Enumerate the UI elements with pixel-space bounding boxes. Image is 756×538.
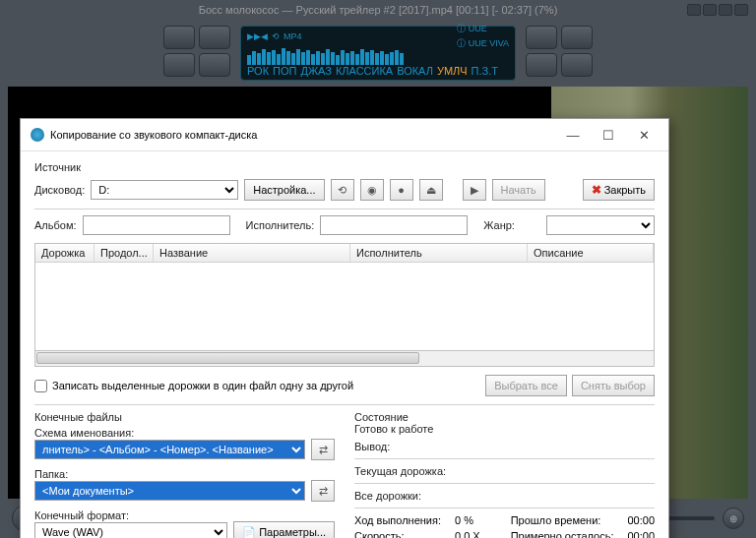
eq-preset-pop[interactable]: ПОП <box>273 65 296 77</box>
scheme-select[interactable]: лнитель> - <Альбом> - <Номер>. <Название… <box>34 440 305 459</box>
eq-loop-icon: ⟲ <box>272 31 280 41</box>
toolbar-btn-2[interactable] <box>163 53 195 77</box>
cddb-icon[interactable]: ◉ <box>360 179 384 201</box>
dialog-titlebar[interactable]: Копирование со звукового компакт-диска —… <box>21 119 668 151</box>
player-toolbar: ▶▶◀ ⟲ MP4 ⓘ UUE ⓘ UUE VIVA РОК ПОП ДЖАЗ … <box>0 20 756 87</box>
col-duration[interactable]: Продол... <box>94 244 154 262</box>
web-icon[interactable]: ● <box>390 179 413 201</box>
toolbar-btn-6[interactable] <box>526 53 557 77</box>
eq-preset-custom[interactable]: П.З.Т <box>472 65 498 77</box>
eq-preset-vocal[interactable]: ВОКАЛ <box>397 65 433 77</box>
folder-select[interactable]: <Мои документы> <box>34 481 305 501</box>
refresh-icon[interactable]: ⟲ <box>331 179 354 201</box>
drive-label: Дисковод: <box>34 184 85 196</box>
col-artist[interactable]: Исполнитель <box>350 244 528 262</box>
remain-value: 00:00 <box>627 530 655 538</box>
eject-icon[interactable]: ⏏ <box>419 179 443 201</box>
output-section-label: Конечные файлы <box>34 411 335 423</box>
eq-preset-default[interactable]: УМЛЧ <box>437 65 468 77</box>
col-description[interactable]: Описание <box>528 244 654 262</box>
eq-presets: РОК ПОП ДЖАЗ КЛАССИКА ВОКАЛ УМЛЧ П.З.Т <box>247 65 509 77</box>
album-label: Альбом: <box>34 219 77 231</box>
elapsed-label: Прошло времени: <box>511 514 614 526</box>
settings-button[interactable]: Настройка... <box>244 179 324 201</box>
deselect-button[interactable]: Снять выбор <box>572 375 655 396</box>
minimize-icon[interactable] <box>687 4 701 16</box>
eq-preset-classic[interactable]: КЛАССИКА <box>336 65 393 77</box>
dialog-maximize-button[interactable]: ☐ <box>594 125 623 145</box>
format-select[interactable]: Wave (WAV) <box>34 522 227 538</box>
drive-select[interactable]: D: <box>91 180 238 200</box>
progress-label: Ход выполнения: <box>354 514 441 526</box>
toolbar-btn-8[interactable] <box>561 53 593 77</box>
eq-mode-icon: ▶▶◀ <box>247 31 268 41</box>
eq-preset-jazz[interactable]: ДЖАЗ <box>300 65 331 77</box>
output-label: Вывод: <box>354 441 655 452</box>
select-all-button[interactable]: Выбрать все <box>485 375 567 396</box>
params-icon: 📄 <box>242 526 256 539</box>
col-title[interactable]: Название <box>154 244 350 262</box>
dialog-minimize-button[interactable]: — <box>558 125 588 145</box>
tracks-table[interactable]: Дорожка Продол... Название Исполнитель О… <box>34 243 655 351</box>
params-button[interactable]: 📄Параметры... <box>233 521 335 538</box>
genre-select[interactable] <box>546 215 655 235</box>
remain-label: Примерно осталось: <box>511 530 614 538</box>
toolbar-btn-1[interactable] <box>163 26 195 49</box>
toolbar-btn-5[interactable] <box>526 26 557 49</box>
toolbar-btn-4[interactable] <box>199 53 230 77</box>
close-x-icon: ✖ <box>592 183 601 197</box>
eq-side-1: ⓘ UUE <box>457 23 509 35</box>
artist-input[interactable] <box>320 215 468 235</box>
eq-preset-rock[interactable]: РОК <box>247 65 269 77</box>
speed-value: 0.0 X <box>455 530 497 538</box>
restore-icon[interactable] <box>719 4 732 16</box>
speed-label: Скорость: <box>354 530 441 538</box>
player-window-controls <box>687 4 748 16</box>
player-title: Босс молокосос — Русский трейлер #2 [201… <box>0 0 756 20</box>
eq-bars <box>247 43 509 65</box>
elapsed-value: 00:00 <box>627 514 655 526</box>
progress-value: 0 % <box>455 514 497 526</box>
eq-format-label: MP4 <box>284 31 302 41</box>
maximize-icon[interactable] <box>703 4 717 16</box>
col-track[interactable]: Дорожка <box>35 244 94 262</box>
dialog-icon <box>31 128 44 142</box>
genre-label: Жанр: <box>483 219 515 231</box>
cd-rip-dialog: Копирование со звукового компакт-диска —… <box>20 118 669 538</box>
folder-label: Папка: <box>34 468 335 480</box>
dialog-close-button[interactable]: ✕ <box>629 125 659 145</box>
merge-label: Записать выделенные дорожки в один файл … <box>52 380 353 391</box>
source-section-label: Источник <box>34 161 655 173</box>
folder-browse-icon[interactable]: ⇄ <box>311 480 335 502</box>
alltracks-label: Все дорожки: <box>354 490 655 502</box>
close-icon[interactable] <box>734 4 748 16</box>
close-dialog-button[interactable]: ✖Закрыть <box>583 179 655 201</box>
table-scrollbar[interactable] <box>34 351 655 367</box>
play-icon[interactable]: ▶ <box>463 179 486 201</box>
toolbar-btn-3[interactable] <box>199 26 230 49</box>
format-label: Конечный формат: <box>34 509 335 521</box>
curtrack-label: Текущая дорожка: <box>354 465 655 477</box>
merge-checkbox[interactable] <box>34 380 47 392</box>
mute-button[interactable]: ⊕ <box>723 508 744 529</box>
status-ready: Готово к работе <box>354 423 655 435</box>
artist-label: Исполнитель: <box>246 219 315 231</box>
start-button[interactable]: Начать <box>492 179 545 201</box>
toolbar-btn-7[interactable] <box>561 26 593 49</box>
album-input[interactable] <box>83 215 230 235</box>
dialog-title: Копирование со звукового компакт-диска <box>50 129 257 141</box>
status-section-label: Состояние <box>354 411 655 423</box>
scheme-browse-icon[interactable]: ⇄ <box>311 439 335 460</box>
equalizer-panel: ▶▶◀ ⟲ MP4 ⓘ UUE ⓘ UUE VIVA РОК ПОП ДЖАЗ … <box>240 26 516 81</box>
scheme-label: Схема именования: <box>34 427 335 439</box>
